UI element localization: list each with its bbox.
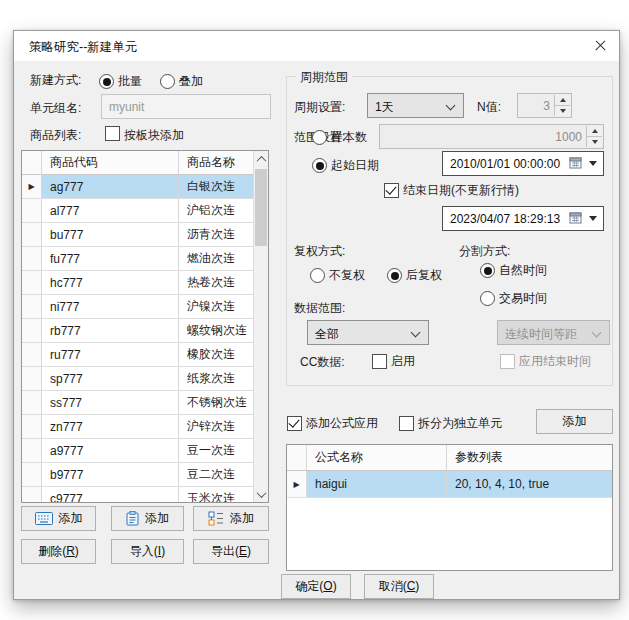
calendar-icon: [569, 156, 583, 173]
radio-post-adjust[interactable]: [387, 268, 402, 283]
ok-button[interactable]: 确定(O): [281, 574, 351, 599]
scroll-up-button[interactable]: [254, 151, 268, 167]
row-selector: [22, 367, 42, 390]
spin-up-button[interactable]: [587, 126, 602, 137]
formula-add-button[interactable]: 添加: [536, 409, 613, 434]
product-list-label: 商品列表:: [30, 127, 81, 144]
delete-button[interactable]: 删除(R): [21, 539, 96, 564]
end-date-checkbox-label[interactable]: 结束日期(不更新行情): [403, 182, 519, 199]
radio-trading-time[interactable]: [480, 291, 495, 306]
table-row[interactable]: sp777 纸浆次连: [22, 367, 254, 391]
end-date-picker[interactable]: 2023/04/07 18:29:13: [442, 206, 604, 231]
radio-batch-label[interactable]: 批量: [118, 73, 142, 90]
cc-enable-checkbox[interactable]: [372, 354, 387, 369]
cell-code: ag777: [42, 175, 179, 198]
unit-group-input[interactable]: myunit: [101, 94, 271, 119]
period-setting-label: 周期设置:: [294, 99, 345, 116]
period-range-groupbox: 周期范围 周期设置: 1天 N值: 3 范围设置: 样本数 1000 起始日期: [286, 76, 613, 386]
close-icon[interactable]: [583, 31, 617, 60]
sample-count-spinner[interactable]: 1000: [379, 124, 604, 149]
add-by-keyboard-button[interactable]: 添加: [21, 506, 96, 531]
cell-name: 沪铝次连: [179, 199, 254, 222]
col-header-code[interactable]: 商品代码: [42, 151, 179, 174]
split-unit-label[interactable]: 拆分为独立单元: [418, 415, 502, 432]
table-row[interactable]: ni777 沪镍次连: [22, 295, 254, 319]
cell-name: 沥青次连: [179, 223, 254, 246]
groupbox-title: 周期范围: [296, 69, 352, 86]
table-row[interactable]: rb777 螺纹钢次连: [22, 319, 254, 343]
table-row[interactable]: b9777 豆二次连: [22, 463, 254, 487]
time-spacing-dropdown[interactable]: 连续时间等距: [497, 320, 610, 345]
cell-code: zn777: [42, 415, 179, 438]
radio-post-adjust-label[interactable]: 后复权: [406, 267, 442, 284]
table-row[interactable]: ru777 橡胶次连: [22, 343, 254, 367]
split-unit-checkbox[interactable]: [399, 416, 414, 431]
radio-stack-label[interactable]: 叠加: [179, 73, 203, 90]
radio-sample-count[interactable]: [312, 130, 327, 145]
scroll-down-button[interactable]: [254, 486, 268, 502]
end-date-checkbox[interactable]: [384, 183, 399, 198]
period-dropdown[interactable]: 1天: [367, 93, 464, 118]
add-formula-label[interactable]: 添加公式应用: [306, 415, 378, 432]
cell-formula-name: haigui: [307, 471, 447, 497]
vertical-scrollbar[interactable]: [253, 151, 268, 502]
row-selector: [22, 415, 42, 438]
data-range-dropdown[interactable]: 全部: [307, 320, 429, 345]
spin-up-button[interactable]: [555, 95, 570, 106]
spin-buttons[interactable]: [554, 95, 570, 116]
table-row[interactable]: fu777 燃油次连: [22, 247, 254, 271]
chevron-up-icon: [256, 155, 266, 165]
radio-stack[interactable]: [160, 74, 175, 89]
apply-end-time-checkbox[interactable]: [500, 354, 515, 369]
radio-start-date-label[interactable]: 起始日期: [331, 157, 379, 174]
cancel-button[interactable]: 取消(C): [364, 574, 434, 599]
data-range-label: 数据范围:: [294, 300, 345, 317]
row-selector: [22, 463, 42, 486]
by-sector-label[interactable]: 按板块添加: [124, 127, 184, 144]
table-row[interactable]: ▶ haigui 20, 10, 4, 10, true: [287, 471, 612, 498]
radio-no-adjust[interactable]: [310, 268, 325, 283]
start-date-picker[interactable]: 2010/01/01 00:00:00: [442, 151, 604, 176]
by-sector-checkbox[interactable]: [105, 126, 120, 141]
cc-enable-label[interactable]: 启用: [391, 353, 415, 370]
import-button[interactable]: 导入(I): [111, 539, 184, 564]
add-formula-checkbox[interactable]: [287, 416, 302, 431]
row-selector: [22, 223, 42, 246]
add-by-clipboard-button[interactable]: 添加: [111, 506, 184, 531]
radio-start-date[interactable]: [312, 158, 327, 173]
spin-down-button[interactable]: [555, 106, 570, 116]
table-row[interactable]: hc777 热卷次连: [22, 271, 254, 295]
table-row[interactable]: ▶ ag777 白银次连: [22, 175, 254, 199]
current-row-arrow-icon: ▶: [293, 480, 299, 489]
spin-down-button[interactable]: [587, 137, 602, 147]
spin-buttons[interactable]: [586, 126, 602, 147]
row-selector: ▶: [287, 471, 307, 497]
cell-name: 纸浆次连: [179, 367, 254, 390]
cell-code: ss777: [42, 391, 179, 414]
add-by-tree-button[interactable]: 添加: [193, 506, 269, 531]
row-selector: [22, 439, 42, 462]
table-row[interactable]: zn777 沪锌次连: [22, 415, 254, 439]
table-row[interactable]: ss777 不锈钢次连: [22, 391, 254, 415]
table-row[interactable]: bu777 沥青次连: [22, 223, 254, 247]
commodity-table-header: 商品代码 商品名称: [22, 151, 254, 175]
col-header-name[interactable]: 商品名称: [179, 151, 254, 174]
col-header-formula-name[interactable]: 公式名称: [307, 445, 447, 470]
col-header-params[interactable]: 参数列表: [447, 445, 612, 470]
radio-no-adjust-label[interactable]: 不复权: [329, 267, 365, 284]
radio-trading-time-label[interactable]: 交易时间: [499, 290, 547, 307]
triangle-down-icon: [560, 109, 566, 113]
formula-table: 公式名称 参数列表 ▶ haigui 20, 10, 4, 10, true: [286, 444, 613, 571]
add-button-label: 添加: [59, 510, 83, 527]
scrollbar-thumb[interactable]: [255, 169, 267, 246]
radio-sample-count-label[interactable]: 样本数: [331, 129, 367, 146]
n-value-spinner[interactable]: 3: [517, 93, 572, 118]
table-row[interactable]: c9777 玉米次连: [22, 487, 254, 503]
radio-natural-time-label[interactable]: 自然时间: [499, 262, 547, 279]
export-button[interactable]: 导出(E): [193, 539, 269, 564]
table-row[interactable]: a9777 豆一次连: [22, 439, 254, 463]
table-row[interactable]: al777 沪铝次连: [22, 199, 254, 223]
dialog-title: 策略研究--新建单元: [29, 39, 137, 56]
radio-batch[interactable]: [99, 74, 114, 89]
radio-natural-time[interactable]: [480, 263, 495, 278]
